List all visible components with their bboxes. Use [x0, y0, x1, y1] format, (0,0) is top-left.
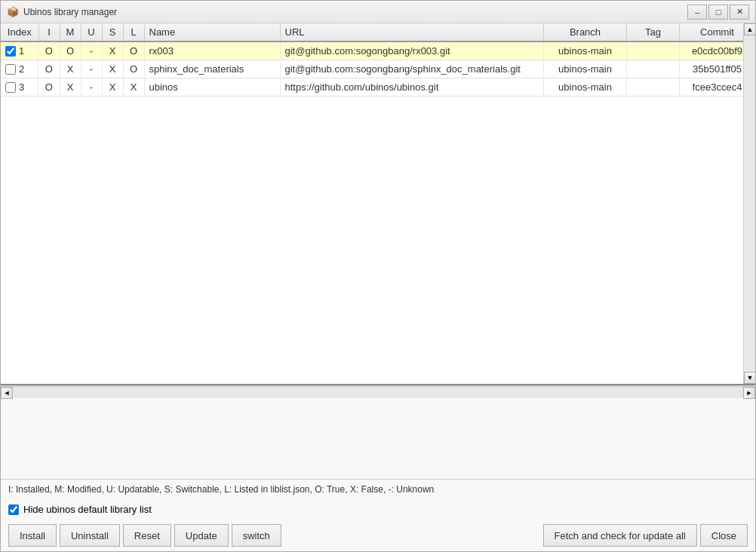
row-index: 3: [19, 81, 24, 93]
row-s-cell: X: [102, 60, 123, 78]
main-window: 📦 Ubinos library manager – □ ✕: [0, 0, 756, 552]
row-name-cell: ubinos: [144, 78, 280, 97]
row-branch-cell: ubinos-main: [544, 41, 627, 60]
row-checkbox[interactable]: [5, 46, 16, 57]
col-header-name: Name: [144, 23, 280, 41]
title-bar: 📦 Ubinos library manager – □ ✕: [1, 1, 755, 23]
row-index-cell: 1: [1, 42, 38, 60]
row-url-cell: git@github.com:sogongbang/sphinx_doc_mat…: [280, 60, 544, 78]
horizontal-scrollbar[interactable]: ◄ ►: [1, 386, 755, 398]
row-branch-cell: ubinos-main: [544, 60, 627, 78]
window-title: Ubinos library manager: [23, 7, 687, 17]
col-header-l: L: [123, 23, 144, 41]
button-bar: Install Uninstall Reset Update switch Fe…: [1, 520, 755, 551]
maximize-button[interactable]: □: [708, 5, 728, 20]
col-header-m: M: [60, 23, 81, 41]
table-row[interactable]: 2OX-XOsphinx_doc_materialsgit@github.com…: [1, 60, 755, 78]
row-index-cell: 2: [1, 60, 38, 78]
row-m-cell: X: [60, 78, 81, 97]
checkbox-row: Hide ubinos default library list: [1, 499, 755, 520]
table-row[interactable]: 1OO-XOrx003git@github.com:sogongbang/rx0…: [1, 41, 755, 60]
row-u-cell: -: [81, 60, 102, 78]
col-header-u: U: [81, 23, 102, 41]
h-scroll-track: [13, 387, 743, 398]
table-row[interactable]: 3OX-XXubinoshttps://github.com/ubinos/ub…: [1, 78, 755, 97]
scroll-right-button[interactable]: ►: [743, 387, 755, 399]
row-checkbox[interactable]: [5, 64, 16, 75]
reset-button[interactable]: Reset: [123, 524, 171, 547]
hide-default-checkbox[interactable]: [8, 504, 19, 515]
scroll-left-button[interactable]: ◄: [1, 387, 13, 399]
update-button[interactable]: Update: [174, 524, 229, 547]
row-url-cell: git@github.com:sogongbang/rx003.git: [280, 41, 544, 60]
col-header-i: I: [38, 23, 60, 41]
col-header-tag: Tag: [627, 23, 680, 41]
row-tag-cell: [627, 78, 680, 97]
row-index-cell: 3: [1, 78, 38, 96]
row-u-cell: -: [81, 78, 102, 97]
row-m-cell: X: [60, 60, 81, 78]
install-button[interactable]: Install: [8, 524, 57, 547]
status-legend: I: Installed, M: Modified, U: Updatable,…: [1, 479, 755, 499]
table-container[interactable]: Index I M U S L Name URL Branch Tag Comm…: [1, 23, 755, 385]
main-content: Index I M U S L Name URL Branch Tag Comm…: [1, 23, 755, 551]
scroll-up-button[interactable]: ▲: [744, 23, 755, 35]
vertical-scrollbar[interactable]: ▲ ▼: [743, 23, 755, 384]
uninstall-button[interactable]: Uninstall: [60, 524, 120, 547]
row-s-cell: X: [102, 78, 123, 97]
row-i-cell: O: [38, 78, 60, 97]
fetch-button[interactable]: Fetch and check for update all: [543, 524, 697, 547]
window-controls: – □ ✕: [687, 5, 749, 20]
row-l-cell: O: [123, 60, 144, 78]
row-s-cell: X: [102, 41, 123, 60]
scroll-down-button[interactable]: ▼: [744, 372, 755, 384]
minimize-button[interactable]: –: [687, 5, 707, 20]
row-url-cell: https://github.com/ubinos/ubinos.git: [280, 78, 544, 97]
row-tag-cell: [627, 60, 680, 78]
row-i-cell: O: [38, 60, 60, 78]
library-table: Index I M U S L Name URL Branch Tag Comm…: [1, 23, 755, 97]
table-body: 1OO-XOrx003git@github.com:sogongbang/rx0…: [1, 41, 755, 97]
row-name-cell: sphinx_doc_materials: [144, 60, 280, 78]
col-header-index: Index: [1, 23, 38, 41]
row-branch-cell: ubinos-main: [544, 78, 627, 97]
row-index: 1: [19, 45, 24, 57]
app-icon: 📦: [7, 6, 19, 18]
row-index: 2: [19, 63, 24, 75]
col-header-branch: Branch: [544, 23, 627, 41]
row-tag-cell: [627, 41, 680, 60]
row-u-cell: -: [81, 41, 102, 60]
col-header-url: URL: [280, 23, 544, 41]
row-l-cell: X: [123, 78, 144, 97]
table-header-row: Index I M U S L Name URL Branch Tag Comm…: [1, 23, 755, 41]
row-l-cell: O: [123, 41, 144, 60]
lower-panel: ◄ ► I: Installed, M: Modified, U: Updata…: [1, 385, 755, 551]
switch-button[interactable]: switch: [232, 524, 281, 547]
row-i-cell: O: [38, 41, 60, 60]
row-name-cell: rx003: [144, 41, 280, 60]
hide-default-label[interactable]: Hide ubinos default library list: [23, 504, 152, 515]
lower-content: ◄ ►: [1, 386, 755, 479]
scroll-track: [744, 35, 755, 372]
col-header-s: S: [102, 23, 123, 41]
row-checkbox[interactable]: [5, 82, 16, 93]
close-window-button[interactable]: ✕: [730, 5, 749, 20]
row-m-cell: O: [60, 41, 81, 60]
close-button[interactable]: Close: [700, 524, 748, 547]
